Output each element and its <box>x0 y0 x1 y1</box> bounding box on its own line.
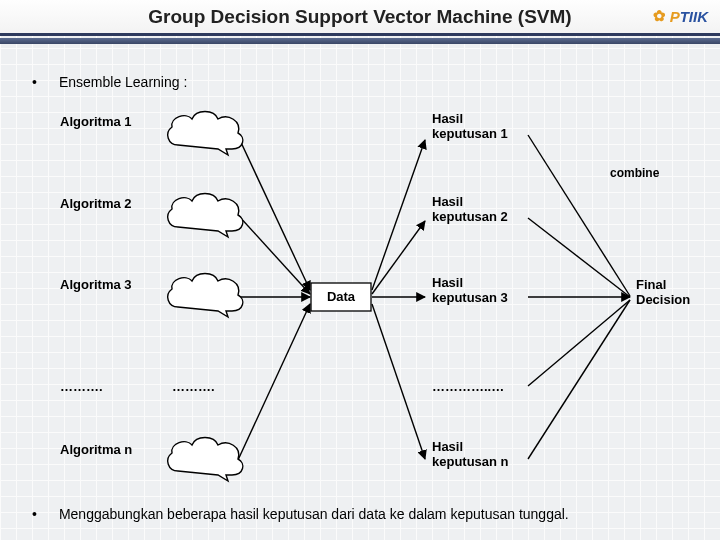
svg-line-1 <box>238 215 310 294</box>
algoritma-1-label: Algoritma 1 <box>60 115 132 130</box>
algoritma-3-label: Algoritma 3 <box>60 278 132 293</box>
svg-line-7 <box>372 304 425 459</box>
result-1-a: Hasil <box>432 111 463 126</box>
svg-line-8 <box>528 135 630 296</box>
result-2: Hasil keputusan 2 <box>432 195 508 225</box>
final-b: Decision <box>636 292 690 307</box>
cloud-icon <box>158 436 248 486</box>
svg-line-11 <box>528 300 630 386</box>
svg-line-9 <box>528 218 630 297</box>
result-n-b: keputusan n <box>432 454 509 469</box>
cloud-icon <box>158 192 248 242</box>
data-node: Data <box>311 283 371 311</box>
cloud-icon <box>158 272 248 322</box>
svg-line-12 <box>528 300 630 459</box>
svg-line-3 <box>238 304 310 460</box>
result-3: Hasil keputusan 3 <box>432 276 508 306</box>
svg-line-4 <box>372 140 425 290</box>
result-2-a: Hasil <box>432 194 463 209</box>
result-3-b: keputusan 3 <box>432 290 508 305</box>
result-1: Hasil keputusan 1 <box>432 112 508 142</box>
final-decision: Final Decision <box>636 278 690 308</box>
result-n-a: Hasil <box>432 439 463 454</box>
algoritma-n-label: Algoritma n <box>60 443 132 458</box>
algoritma-dots-label: ………. <box>60 380 103 395</box>
algoritma-2-label: Algoritma 2 <box>60 197 132 212</box>
svg-line-5 <box>372 221 425 294</box>
result-3-a: Hasil <box>432 275 463 290</box>
svg-line-0 <box>238 136 310 290</box>
cloud-dots-label: ………. <box>172 380 215 395</box>
combine-label: combine <box>610 167 659 181</box>
diagram-connectors <box>0 0 720 540</box>
cloud-icon <box>158 110 248 160</box>
final-a: Final <box>636 277 666 292</box>
data-node-label: Data <box>327 290 355 305</box>
result-2-b: keputusan 2 <box>432 209 508 224</box>
result-1-b: keputusan 1 <box>432 126 508 141</box>
result-n: Hasil keputusan n <box>432 440 509 470</box>
result-dots: …………..… <box>432 380 504 395</box>
